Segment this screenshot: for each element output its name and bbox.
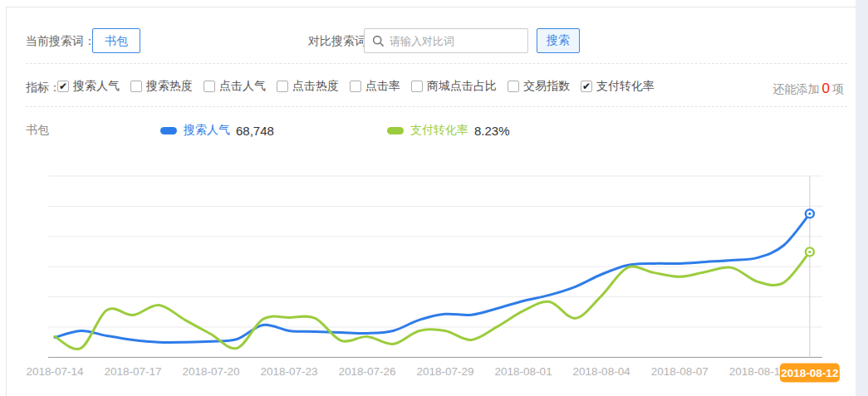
x-tick-label: 2018-08-04 [573,365,631,378]
series-endpoint-dot-1 [808,251,811,253]
trend-analysis-page: 当前搜索词： 书包 对比搜索词： 搜索 指标： ✔搜索人气✔搜索热度✔点击人气✔… [0,0,868,396]
highlighted-date-label: 2018-08-12 [781,367,838,379]
series-line-0[interactable] [55,213,810,342]
x-tick-label: 2018-07-20 [183,365,240,378]
x-tick-label: 2018-08-10 [729,365,787,378]
x-tick-label: 2018-07-23 [261,365,318,378]
x-tick-label: 2018-07-26 [339,365,396,378]
x-tick-label: 2018-07-14 [26,365,84,378]
x-tick-label: 2018-07-29 [417,365,474,378]
x-tick-label: 2018-08-01 [495,365,552,378]
x-tick-label: 2018-08-07 [651,365,709,378]
x-tick-label: 2018-07-17 [104,365,161,378]
series-endpoint-dot-0 [808,213,811,215]
trend-chart[interactable]: 2018-07-142018-07-172018-07-202018-07-23… [0,0,868,396]
